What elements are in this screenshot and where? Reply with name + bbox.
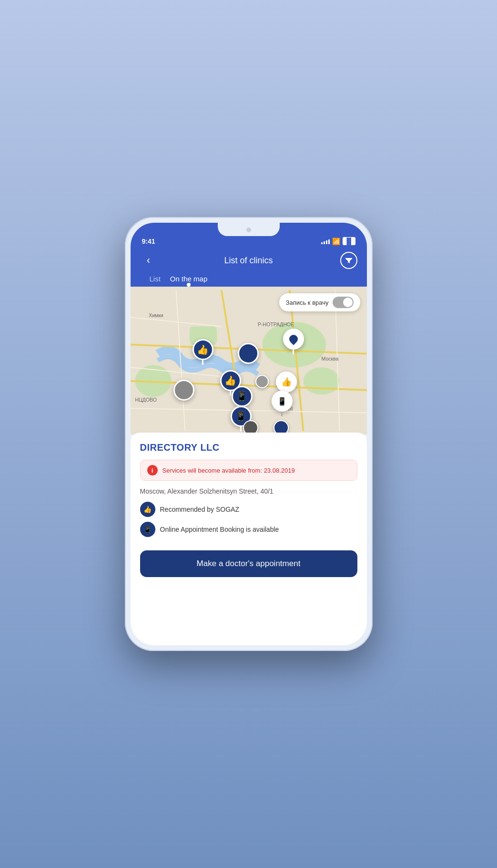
map-pin-solid-1[interactable] — [238, 343, 259, 364]
map-pin-phone-2[interactable]: 📱 — [272, 391, 293, 416]
feature-booking: 📱 Online Appointment Booking is availabl… — [140, 522, 357, 537]
appointment-button[interactable]: Make a doctor's appointment — [140, 550, 357, 577]
tab-list[interactable]: List — [150, 275, 161, 287]
pin-half-icon — [283, 329, 304, 350]
filter-icon — [345, 257, 353, 264]
map-pin-half[interactable] — [283, 329, 304, 354]
svg-point-2 — [303, 367, 339, 394]
filter-button[interactable] — [340, 252, 357, 269]
battery-icon: ▐▌ — [343, 237, 355, 245]
map-container[interactable]: Химки Москва Р-НОТРАДНОЕ НЦДОВО Р-НЯ 👍 — [131, 287, 367, 434]
toggle-label: Запись к врачу — [286, 299, 329, 306]
clinic-card: DIRECTORY LLC i Services will become ava… — [131, 433, 367, 645]
signal-icon — [321, 238, 330, 244]
phone-feature-icon: 📱 — [140, 522, 155, 537]
wifi-icon: 📶 — [332, 238, 340, 245]
pin-thumbsup-icon: 👍 — [193, 339, 213, 360]
pin-phone-icon-1: 📱 — [232, 386, 253, 407]
map-pin-gray-small[interactable] — [255, 375, 269, 388]
svg-text:Химки: Химки — [149, 313, 163, 318]
status-icons: 📶 ▐▌ — [321, 237, 355, 245]
camera — [246, 227, 251, 232]
phone-screen: 9:41 📶 ▐▌ ‹ List of clinics — [131, 223, 367, 645]
clinic-name: DIRECTORY LLC — [140, 442, 357, 453]
app-header: ‹ List of clinics List On the map — [131, 248, 367, 287]
clinic-address: Moscow, Alexander Solzhenitsyn Street, 4… — [140, 487, 357, 495]
pin-gray-icon-1 — [173, 380, 194, 401]
pin-phone-icon-2: 📱 — [272, 391, 293, 412]
toggle-switch[interactable] — [333, 297, 354, 308]
feature-recommended: 👍 Recommended by SOGAZ — [140, 502, 357, 517]
alert-icon: i — [147, 465, 158, 475]
map-pin-gray-1[interactable] — [173, 380, 194, 401]
feature-booking-text: Online Appointment Booking is available — [160, 526, 279, 533]
toggle-knob — [343, 298, 353, 307]
alert-text: Services will become available from: 23.… — [162, 467, 295, 474]
status-time: 9:41 — [142, 238, 155, 245]
thumbsup-feature-icon: 👍 — [140, 502, 155, 517]
back-button[interactable]: ‹ — [140, 252, 157, 269]
alert-banner: i Services will become available from: 2… — [140, 460, 357, 481]
pin-thumbsup-icon-3: 👍 — [276, 372, 297, 393]
pin-small-gray — [255, 375, 269, 388]
page-title: List of clinics — [157, 256, 340, 266]
phone-frame: 9:41 📶 ▐▌ ‹ List of clinics — [125, 217, 373, 651]
tab-bar: List On the map — [140, 275, 357, 287]
feature-recommended-text: Recommended by SOGAZ — [160, 506, 240, 513]
map-pin-thumbsup-1[interactable]: 👍 — [193, 339, 213, 365]
svg-text:Москва: Москва — [321, 356, 338, 362]
appointment-toggle[interactable]: Запись к врачу — [279, 293, 360, 311]
notch — [218, 223, 280, 236]
pin-solid-icon — [238, 343, 259, 364]
tab-on-the-map[interactable]: On the map — [170, 275, 207, 287]
svg-text:Р-НОТРАДНОЕ: Р-НОТРАДНОЕ — [258, 322, 294, 327]
svg-text:НЦДОВО: НЦДОВО — [135, 397, 156, 403]
